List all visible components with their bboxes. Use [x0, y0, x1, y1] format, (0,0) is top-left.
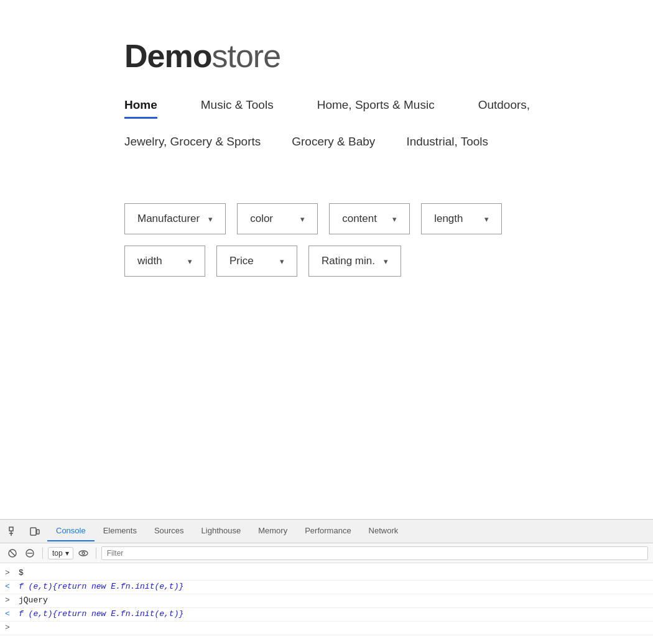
manufacturer-label: Manufacturer — [137, 213, 200, 225]
length-label: length — [434, 213, 463, 225]
color-label: color — [250, 213, 273, 225]
width-chevron: ▾ — [188, 257, 192, 266]
color-chevron: ▾ — [300, 214, 305, 224]
nav-row-1: Home Music & Tools Home, Sports & Music … — [124, 93, 653, 119]
logo-thin: store — [211, 38, 280, 74]
rating-min-chevron: ▾ — [384, 257, 388, 266]
content-filter[interactable]: content ▾ — [329, 203, 410, 234]
nav-item-home-sports-music[interactable]: Home, Sports & Music — [317, 93, 435, 119]
filter-row-2: width ▾ Price ▾ Rating min. ▾ — [124, 246, 653, 277]
width-filter[interactable]: width ▾ — [124, 246, 205, 277]
logo-bold: Demo — [124, 38, 211, 74]
color-filter[interactable]: color ▾ — [237, 203, 318, 234]
length-filter[interactable]: length ▾ — [421, 203, 502, 234]
nav-item-jewelry[interactable]: Jewelry, Grocery & Sports — [124, 130, 261, 154]
price-chevron: ▾ — [280, 257, 284, 266]
site-logo: Demostore — [124, 37, 653, 75]
manufacturer-chevron: ▾ — [208, 214, 213, 224]
nav-item-home[interactable]: Home — [124, 93, 157, 119]
width-label: width — [137, 255, 162, 267]
nav-item-industrial[interactable]: Industrial, Tools — [406, 130, 488, 154]
filter-row-1: Manufacturer ▾ color ▾ content ▾ length … — [124, 203, 653, 234]
rating-min-label: Rating min. — [322, 255, 375, 267]
content-chevron: ▾ — [392, 214, 397, 224]
content-label: content — [342, 213, 377, 225]
price-filter[interactable]: Price ▾ — [216, 246, 297, 277]
nav-item-music-tools[interactable]: Music & Tools — [201, 93, 274, 119]
manufacturer-filter[interactable]: Manufacturer ▾ — [124, 203, 226, 234]
price-label: Price — [229, 255, 254, 267]
length-chevron: ▾ — [484, 214, 489, 224]
nav-item-grocery-baby[interactable]: Grocery & Baby — [292, 130, 375, 154]
nav-row-2: Jewelry, Grocery & Sports Grocery & Baby… — [124, 130, 653, 154]
nav-item-outdoors[interactable]: Outdoors, — [478, 93, 530, 119]
rating-min-filter[interactable]: Rating min. ▾ — [308, 246, 401, 277]
